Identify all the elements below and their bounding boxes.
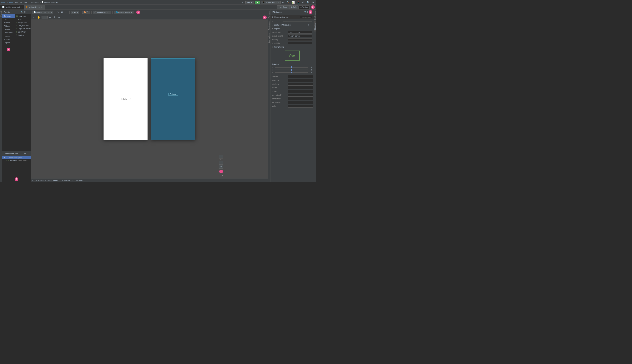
attr-help-btn[interactable]: ?: [272, 11, 273, 13]
tab-activity-main[interactable]: 📄 activity_main.xml ✕: [0, 5, 24, 10]
tab-mainactivity-close[interactable]: ✕: [41, 6, 42, 8]
palette-item-button[interactable]: □ Button: [15, 18, 31, 21]
pixel-dropdown-btn[interactable]: Pixel ▾: [71, 11, 80, 14]
orient-btn[interactable]: ⟳: [56, 11, 60, 14]
palette-cat-legacy[interactable]: Legacy: [2, 41, 15, 44]
api-label: T▾: [86, 11, 89, 13]
breadcrumb-main[interactable]: main: [24, 1, 28, 3]
sync-icon[interactable]: ⟳: [282, 1, 285, 4]
right-tab-bookmarks[interactable]: Bookmarks: [314, 10, 316, 21]
rotation-z-slider[interactable]: [275, 72, 308, 73]
palette-cat-text[interactable]: Text: [2, 18, 15, 21]
tab-mainactivity[interactable]: K MainActivity.kt ✕: [24, 5, 45, 10]
search-icon[interactable]: 🔍: [306, 1, 310, 4]
breadcrumb-src[interactable]: src: [20, 1, 22, 3]
api-icon: 🎨: [84, 11, 86, 13]
palette-item-recyclerview[interactable]: ≡ RecyclerView: [15, 24, 31, 27]
rotation-x-slider[interactable]: [275, 67, 308, 68]
device-frame-btn[interactable]: 🖥: [60, 11, 64, 14]
breadcrumb-app2[interactable]: app: [15, 1, 18, 3]
palette-cat-google[interactable]: Google: [2, 38, 15, 41]
file-dropdown-btn[interactable]: 📄 activity_main.xml ▾: [32, 11, 54, 14]
profile-icon[interactable]: 📊: [291, 1, 295, 4]
fit-btn[interactable]: ⊡: [219, 165, 223, 169]
comp-tree-constraintlayout[interactable]: ▼ ↗ ConstraintLayout: [2, 156, 31, 159]
attr-visibility2-dropdown[interactable]: ▾: [288, 42, 312, 44]
select-btn[interactable]: ↖: [32, 16, 35, 19]
palette-item-textview[interactable]: Ab TextView: [15, 15, 31, 18]
attr-visibility-dropdown[interactable]: ▾: [288, 38, 312, 41]
palette-cat-common[interactable]: Common: [2, 14, 15, 18]
locale-dropdown-btn[interactable]: 🌐 Default (en-us) ▾: [114, 11, 134, 14]
pan-btn[interactable]: ✋: [36, 16, 40, 19]
attr-translationX-input[interactable]: [288, 94, 313, 96]
palette-collapse-btn[interactable]: —: [26, 11, 29, 13]
attr-layout-header[interactable]: ▼ Layout: [270, 27, 314, 30]
breadcrumb-layout[interactable]: layout: [34, 1, 39, 3]
code-tab[interactable]: ≺/≻ Code: [277, 5, 289, 9]
palette-item-scrollview[interactable]: ↕ ScrollView: [15, 30, 31, 34]
attr-translationZ-input[interactable]: [288, 101, 313, 104]
palette-item-switch[interactable]: ⊙ Switch: [15, 34, 31, 37]
palette-item-fragmentcontainerview[interactable]: □ FragmentContainerView: [15, 27, 31, 30]
breadcrumb-res[interactable]: res: [30, 1, 32, 3]
warning-btn[interactable]: ⚠: [64, 11, 68, 14]
attr-remove-btn[interactable]: −: [310, 24, 312, 26]
git-icon[interactable]: ✓: [241, 1, 244, 4]
blueprint-textview[interactable]: TextView: [168, 93, 178, 96]
guidelines-btn[interactable]: ✛: [53, 16, 56, 19]
attr-layout-icon[interactable]: ⊞: [272, 16, 273, 18]
sdk-icon[interactable]: ⚙: [302, 1, 305, 4]
run-button[interactable]: ▶: [255, 1, 260, 4]
attr-search-btn[interactable]: 🔍: [304, 11, 307, 13]
attr-add-btn[interactable]: +: [308, 24, 310, 26]
split-tab[interactable]: ⧉ Split: [289, 5, 298, 9]
api-dropdown-btn[interactable]: 🎨 T▾: [82, 11, 90, 14]
palette-cat-layouts[interactable]: Layouts: [2, 28, 15, 31]
attr-layout-height-dropdown[interactable]: match_parent ▾: [288, 34, 312, 37]
avd-icon[interactable]: 📱: [296, 1, 300, 4]
palette-search-btn[interactable]: 🔍: [20, 11, 24, 13]
zoom-out-btn[interactable]: −: [219, 161, 223, 165]
attr-rotation-input[interactable]: [288, 75, 313, 78]
palette-cat-buttons[interactable]: Buttons: [2, 21, 15, 24]
palette-item-imageview[interactable]: 🖼 ImageView: [15, 21, 31, 24]
palette-settings-btn[interactable]: ⚙: [24, 11, 26, 13]
palette-cat-helpers[interactable]: Helpers: [2, 34, 15, 38]
rotation-y-slider[interactable]: [275, 70, 308, 70]
device-dropdown[interactable]: 📱 Pixel 4 API 30 ▾: [261, 1, 281, 4]
build-icon[interactable]: 🔨: [286, 1, 290, 4]
palette-cat-widgets[interactable]: Widgets: [2, 24, 15, 28]
attr-translationY-input[interactable]: [288, 97, 313, 100]
palette-cat-containers[interactable]: Containers: [2, 31, 15, 34]
app-dropdown[interactable]: app ▾: [246, 1, 254, 4]
attr-declared-header[interactable]: ▶ Declared Attributes + −: [270, 23, 314, 27]
status-selected[interactable]: TextView: [75, 179, 82, 181]
padding-btn[interactable]: 0dp: [42, 16, 48, 19]
right-tab-structure[interactable]: Structure: [314, 21, 316, 32]
align-btn[interactable]: ⊞: [48, 16, 52, 19]
canvas-area[interactable]: Hello World! TextView ↗ + 1:1 − ⊡ 7: [31, 20, 268, 178]
attr-settings-btn[interactable]: ⚙: [307, 11, 309, 13]
attr-layout-width-dropdown[interactable]: match_parent ▾: [288, 31, 312, 34]
breadcrumb-file[interactable]: 📄 activity_main.xml: [42, 1, 58, 3]
comp-tree-settings-btn[interactable]: ⚙: [24, 152, 26, 155]
attr-rotationY-input[interactable]: [288, 82, 313, 86]
resize-handle[interactable]: ↗: [221, 175, 223, 177]
attr-scaleX-input[interactable]: [288, 86, 313, 89]
attr-alpha-input[interactable]: [288, 104, 313, 108]
tab-close-icon[interactable]: ✕: [21, 6, 22, 8]
attr-scaleY-input[interactable]: [288, 90, 313, 93]
attr-rotationX-input[interactable]: [288, 79, 313, 82]
zoom-in-btn[interactable]: +: [219, 155, 223, 158]
comp-tree-collapse-btn[interactable]: —: [26, 152, 29, 155]
constraints-btn[interactable]: ↔: [57, 16, 61, 19]
comp-tree-textview[interactable]: Ab TextView "Hello World!": [2, 159, 31, 162]
design-tab[interactable]: □ Design: [298, 6, 310, 9]
attr-transforms-header[interactable]: ▼ Transforms: [270, 45, 314, 48]
theme-dropdown-btn[interactable]: ⬡ MyApplication ▾: [93, 11, 111, 14]
breadcrumb-app[interactable]: MyApplication: [1, 1, 13, 3]
settings-icon[interactable]: ⚙: [311, 1, 315, 4]
status-component-path[interactable]: androidx.constraintlayout.widget.Constra…: [32, 179, 72, 181]
attr-id-input[interactable]: [283, 21, 312, 22]
